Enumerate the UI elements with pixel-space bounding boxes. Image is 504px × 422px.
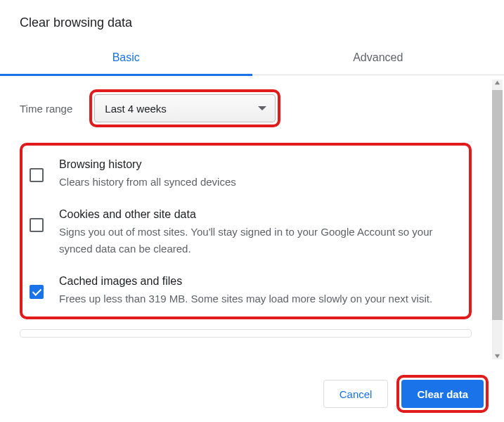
option-desc: Clears history from all synced devices xyxy=(59,174,462,190)
checkbox-cache[interactable] xyxy=(30,285,44,299)
highlight-options: Browsing history Clears history from all… xyxy=(20,143,472,319)
dialog-footer: Cancel Clear data xyxy=(0,364,504,422)
tab-label: Basic xyxy=(112,51,140,63)
additional-panel xyxy=(20,329,472,338)
cancel-button[interactable]: Cancel xyxy=(323,380,389,408)
option-desc: Frees up less than 319 MB. Some sites ma… xyxy=(59,290,462,307)
tab-advanced[interactable]: Advanced xyxy=(252,40,505,75)
option-desc: Signs you out of most sites. You'll stay… xyxy=(59,224,462,257)
highlight-clear-data: Clear data xyxy=(396,375,489,413)
scroll-down-icon[interactable] xyxy=(492,351,503,362)
clear-data-button[interactable]: Clear data xyxy=(401,380,484,408)
option-title: Browsing history xyxy=(59,158,462,171)
option-text: Cached images and files Frees up less th… xyxy=(59,275,462,307)
option-browsing-history[interactable]: Browsing history Clears history from all… xyxy=(30,153,462,203)
option-title: Cached images and files xyxy=(59,275,462,288)
scroll-up-icon[interactable] xyxy=(492,77,503,88)
tab-label: Advanced xyxy=(353,51,403,63)
scrollbar[interactable] xyxy=(492,79,503,359)
time-range-row: Time range Last 4 weeks xyxy=(20,89,484,127)
option-title: Cookies and other site data xyxy=(59,208,462,221)
option-cache[interactable]: Cached images and files Frees up less th… xyxy=(30,269,462,311)
dialog-title: Clear browsing data xyxy=(0,0,504,40)
highlight-time-range: Last 4 weeks xyxy=(89,89,280,127)
checkbox-cookies[interactable] xyxy=(30,218,44,232)
option-text: Browsing history Clears history from all… xyxy=(59,158,462,190)
time-range-value: Last 4 weeks xyxy=(105,103,167,115)
button-label: Cancel xyxy=(340,388,373,400)
option-text: Cookies and other site data Signs you ou… xyxy=(59,208,462,257)
checkbox-browsing-history[interactable] xyxy=(30,168,44,182)
tab-basic[interactable]: Basic xyxy=(0,40,252,75)
content-wrapper: Time range Last 4 weeks Browsing history… xyxy=(0,75,504,364)
clear-browsing-data-dialog: Clear browsing data Basic Advanced Time … xyxy=(0,0,504,422)
button-label: Clear data xyxy=(417,388,468,400)
chevron-down-icon xyxy=(258,106,266,110)
content: Time range Last 4 weeks Browsing history… xyxy=(0,75,504,364)
tabs: Basic Advanced xyxy=(0,40,504,75)
option-cookies[interactable]: Cookies and other site data Signs you ou… xyxy=(30,203,462,269)
time-range-select[interactable]: Last 4 weeks xyxy=(94,94,276,122)
scrollbar-thumb[interactable] xyxy=(492,90,503,320)
time-range-label: Time range xyxy=(20,103,72,115)
